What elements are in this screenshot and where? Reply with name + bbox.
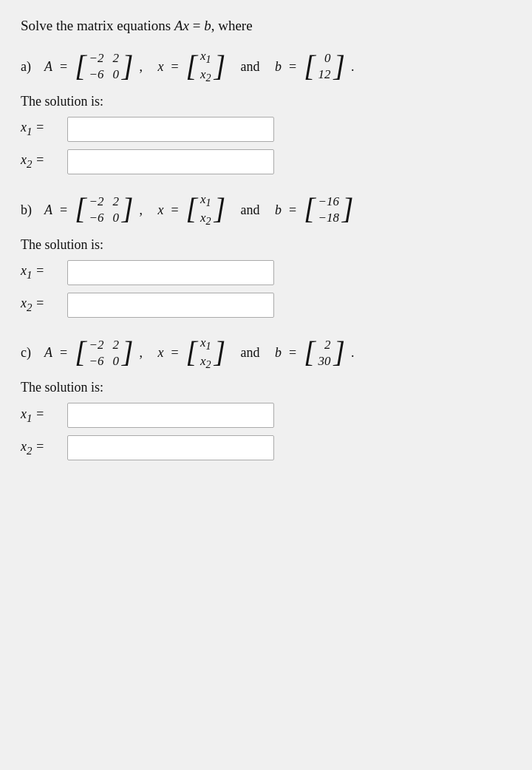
input-c-x1[interactable] — [67, 403, 274, 428]
var-x-c: x — [157, 345, 163, 361]
solution-row-b-x2: x2 = — [21, 293, 511, 318]
var-A-a: A — [44, 59, 52, 75]
solution-row-a-x2: x2 = — [21, 149, 511, 174]
matrix-x-b: [ x1 x2 ] — [186, 191, 225, 230]
var-b-a: b — [275, 59, 282, 75]
solution-label-c: The solution is: — [21, 380, 511, 395]
part-label-b: b) — [21, 202, 37, 218]
problem-c: c) A = [ −2 2 −6 0 ] , x = [ x1 — [21, 334, 511, 461]
matrix-eq-a: A = [ −2 2 −6 0 ] , x = [ x1 — [44, 47, 355, 86]
solution-var-c-x1: x1 = — [21, 406, 61, 425]
word-and-a: and — [241, 59, 260, 75]
matrix-A-a: [ −2 2 −6 0 ] — [75, 50, 133, 84]
input-a-x1[interactable] — [67, 117, 274, 142]
input-b-x1[interactable] — [67, 260, 274, 285]
page-title: Solve the matrix equations Ax = b, where — [21, 18, 511, 34]
matrix-eq-b: A = [ −2 2 −6 0 ] , x = [ x1 x2 — [44, 191, 354, 230]
input-b-x2[interactable] — [67, 293, 274, 318]
matrix-A-b: [ −2 2 −6 0 ] — [75, 193, 133, 227]
word-and-c: and — [241, 345, 260, 361]
matrix-x-a: [ x1 x2 ] — [186, 47, 225, 86]
solution-label-a: The solution is: — [21, 94, 511, 109]
matrix-b-b: [ −16 −18 ] — [304, 193, 353, 227]
solution-row-c-x1: x1 = — [21, 403, 511, 428]
matrix-b-c: [ 2 30 ] — [304, 336, 345, 370]
var-A-b: A — [44, 202, 52, 218]
problem-a: a) A = [ −2 2 −6 0 ] , x = [ — [21, 47, 511, 174]
part-label-c: c) — [21, 345, 37, 361]
matrix-eq-c: A = [ −2 2 −6 0 ] , x = [ x1 x2 — [44, 334, 355, 373]
solution-row-b-x1: x1 = — [21, 260, 511, 285]
var-x-a: x — [157, 59, 163, 75]
matrix-A-c: [ −2 2 −6 0 ] — [75, 336, 133, 370]
word-and-b: and — [241, 202, 260, 218]
var-b-c: b — [275, 345, 282, 361]
matrix-b-a: [ 0 12 ] — [304, 50, 345, 84]
equation-row-c: c) A = [ −2 2 −6 0 ] , x = [ x1 — [21, 334, 511, 373]
solution-var-b-x2: x2 = — [21, 296, 61, 314]
solution-var-a-x1: x1 = — [21, 120, 61, 138]
var-b-b: b — [275, 202, 282, 218]
var-x-b: x — [157, 202, 163, 218]
solution-var-a-x2: x2 = — [21, 152, 61, 171]
solution-row-a-x1: x1 = — [21, 117, 511, 142]
matrix-x-c: [ x1 x2 ] — [186, 334, 225, 373]
solution-var-c-x2: x2 = — [21, 439, 61, 457]
equation-row-b: b) A = [ −2 2 −6 0 ] , x = [ x1 — [21, 191, 511, 230]
part-label-a: a) — [21, 59, 37, 75]
solution-row-c-x2: x2 = — [21, 435, 511, 460]
solution-label-b: The solution is: — [21, 237, 511, 253]
equation-row-a: a) A = [ −2 2 −6 0 ] , x = [ — [21, 47, 511, 86]
var-A-c: A — [44, 345, 52, 361]
input-a-x2[interactable] — [67, 149, 274, 174]
solution-var-b-x1: x1 = — [21, 263, 61, 282]
problem-b: b) A = [ −2 2 −6 0 ] , x = [ x1 — [21, 191, 511, 318]
input-c-x2[interactable] — [67, 435, 274, 460]
